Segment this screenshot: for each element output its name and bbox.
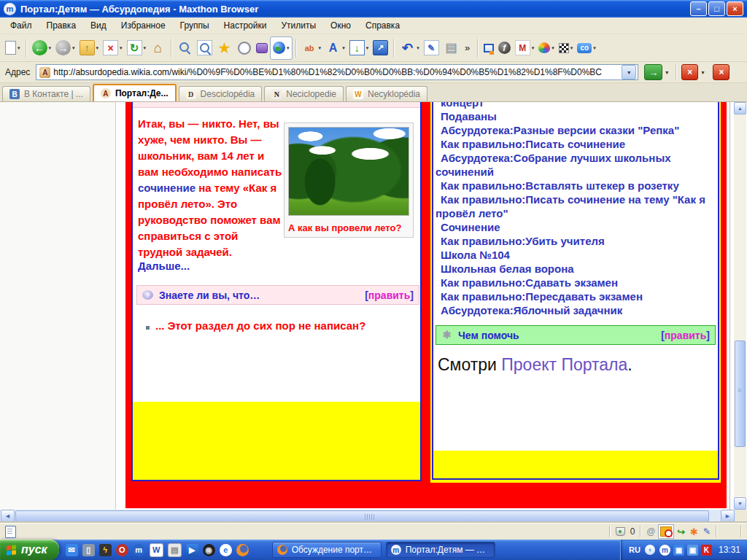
- quicklaunch-firefox[interactable]: [236, 544, 249, 556]
- search-button[interactable]: [175, 37, 195, 59]
- screen-capture-button[interactable]: [481, 37, 496, 59]
- menu-item[interactable]: Вид: [83, 18, 114, 33]
- msn-button[interactable]: [536, 37, 557, 59]
- minimize-button[interactable]: –: [690, 1, 707, 16]
- article-link[interactable]: Абсурдотека:Собрание лучших школьных соч…: [436, 151, 710, 179]
- tray-app-icon[interactable]: ▣: [673, 545, 684, 556]
- tray-clock[interactable]: 13:31: [719, 545, 740, 555]
- menu-item[interactable]: Утилиты: [274, 18, 323, 33]
- toolbar-separator[interactable]: [295, 39, 297, 58]
- new-page-button[interactable]: [3, 37, 23, 59]
- article-link[interactable]: Подаваны: [436, 109, 710, 123]
- flash-filter-button[interactable]: f: [496, 37, 513, 59]
- window-resize-button[interactable]: ↗: [371, 37, 390, 59]
- quicklaunch-maxthon[interactable]: m: [133, 544, 145, 556]
- home-button[interactable]: ⌂: [148, 37, 168, 59]
- status-counter[interactable]: 0: [630, 526, 635, 537]
- scroll-up-button[interactable]: ▲: [734, 102, 746, 114]
- font-size-button[interactable]: A: [323, 37, 347, 59]
- status-plugins-icon[interactable]: ✱: [690, 526, 698, 537]
- status-edit-icon[interactable]: ✎: [703, 526, 711, 537]
- menu-item[interactable]: Настройки: [217, 18, 274, 33]
- maximize-button[interactable]: □: [708, 1, 725, 16]
- status-autorefresh-icon[interactable]: ↪: [677, 526, 685, 537]
- horizontal-scrollbar[interactable]: ◀ ▶: [0, 510, 747, 523]
- menu-item[interactable]: Справка: [358, 18, 407, 33]
- toolbar-separator[interactable]: [171, 39, 172, 58]
- status-separator[interactable]: [716, 526, 717, 537]
- taskbar-button-firefox[interactable]: Обсуждение портал...: [272, 542, 382, 558]
- article-link[interactable]: Сочинение: [436, 220, 710, 234]
- quicklaunch-mediaplayer[interactable]: ▶: [186, 544, 198, 556]
- tray-maxthon-icon[interactable]: m: [659, 545, 670, 556]
- article-link[interactable]: Как правильно:Писать сочинение: [436, 137, 710, 151]
- quicklaunch-opera[interactable]: O: [116, 544, 128, 556]
- undo-button[interactable]: ↶: [398, 37, 422, 59]
- quicklaunch-notes[interactable]: ▤: [168, 543, 182, 557]
- notes-button[interactable]: ✎: [422, 37, 441, 59]
- essay-link[interactable]: сочинение: [138, 182, 196, 194]
- scroll-down-button[interactable]: ▼: [734, 497, 746, 510]
- quicklaunch-phone[interactable]: ▯: [82, 544, 95, 556]
- quicklaunch-mail[interactable]: ✉: [66, 544, 78, 556]
- title-bar[interactable]: m Портал:Детям — Абсурдопедия - Maxthon …: [0, 0, 747, 18]
- edit-link[interactable]: править: [665, 330, 706, 341]
- tab-portal-detyam[interactable]: A Портал:Де...: [93, 84, 177, 101]
- find-on-page-button[interactable]: [195, 37, 214, 59]
- tab-vkontakte[interactable]: В В Контакте | ...: [2, 86, 90, 101]
- tray-expand-chevron[interactable]: ‹: [645, 545, 655, 555]
- article-link[interactable]: Как правильно:Пересдавать экзамен: [436, 289, 710, 303]
- scroll-left-button[interactable]: ◀: [1, 510, 15, 523]
- more-link[interactable]: Дальше...: [138, 260, 190, 272]
- stop-button[interactable]: ×: [101, 37, 125, 59]
- menu-item[interactable]: Группы: [173, 18, 217, 33]
- quicklaunch-winamp[interactable]: ϟ: [99, 544, 112, 556]
- summer-photo-thumb[interactable]: А как вы провели лето?: [284, 122, 414, 238]
- toolbar-separator[interactable]: [477, 39, 479, 58]
- close-button[interactable]: ×: [727, 1, 743, 16]
- vertical-scrollbar[interactable]: ▲ ▼: [734, 102, 746, 510]
- status-separator[interactable]: [640, 526, 641, 537]
- history-button[interactable]: [234, 37, 254, 59]
- address-dropdown-button[interactable]: ▾: [622, 65, 636, 79]
- quicklaunch-word[interactable]: W: [150, 543, 163, 557]
- start-button[interactable]: пуск: [0, 540, 59, 560]
- more-buttons-chevron[interactable]: »: [461, 37, 474, 59]
- status-popup-blocker-icon[interactable]: [660, 526, 672, 537]
- favorites-button[interactable]: ★: [214, 37, 234, 59]
- quicklaunch-ie[interactable]: e: [220, 544, 232, 556]
- status-trash-icon[interactable]: [616, 527, 625, 536]
- tab-desciclopedia[interactable]: D Desciclopédia: [179, 86, 263, 101]
- article-link[interactable]: Абсурдотека:Яблочный задачник: [436, 303, 710, 317]
- vertical-scroll-thumb[interactable]: [735, 341, 746, 447]
- resources-button[interactable]: [254, 37, 270, 59]
- address-input[interactable]: [53, 67, 622, 77]
- article-link[interactable]: Как правильно:Убить учителя: [436, 234, 710, 248]
- article-link[interactable]: Как правильно:Вставлять штекер в розетку: [436, 179, 710, 192]
- scroll-right-button[interactable]: ▶: [721, 510, 735, 523]
- article-link[interactable]: Абсурдотека:Разные версии сказки "Репка": [436, 123, 710, 137]
- refresh-button[interactable]: ↻: [125, 37, 149, 59]
- article-link[interactable]: Школа №104: [436, 248, 710, 262]
- co-service-button[interactable]: co: [575, 37, 598, 59]
- status-proxy-snail-icon[interactable]: @: [646, 526, 655, 537]
- edit-link[interactable]: править: [368, 289, 410, 301]
- taskbar-button-maxthon[interactable]: m Портал:Детям — Аб...: [386, 542, 495, 558]
- translate-button[interactable]: ab: [300, 37, 324, 59]
- stop-dropdown-arrow[interactable]: ▾: [701, 69, 704, 76]
- toolbar-separator[interactable]: [393, 39, 395, 58]
- tab-neciclopedie[interactable]: N Neciclopedie: [264, 86, 344, 101]
- forward-button[interactable]: →: [53, 37, 77, 59]
- article-link[interactable]: концерт: [436, 102, 710, 109]
- quicklaunch-media-reel[interactable]: ◉: [203, 544, 215, 556]
- article-link[interactable]: Как правильно:Сдавать экзамен: [436, 276, 710, 289]
- stop-loading-button[interactable]: ×: [681, 64, 698, 80]
- language-indicator[interactable]: RU: [629, 545, 640, 554]
- tray-app-icon[interactable]: ▣: [687, 545, 698, 556]
- article-link[interactable]: Как правильно:Писать сочинение на тему "…: [436, 192, 710, 220]
- proxy-globe-button[interactable]: [270, 36, 293, 60]
- go-dropdown-arrow[interactable]: ▾: [665, 69, 668, 76]
- tab-necyklopedia[interactable]: W Necyklopédia: [346, 86, 427, 101]
- tray-kaspersky-icon[interactable]: K: [701, 545, 712, 556]
- back-button[interactable]: ←: [30, 37, 54, 59]
